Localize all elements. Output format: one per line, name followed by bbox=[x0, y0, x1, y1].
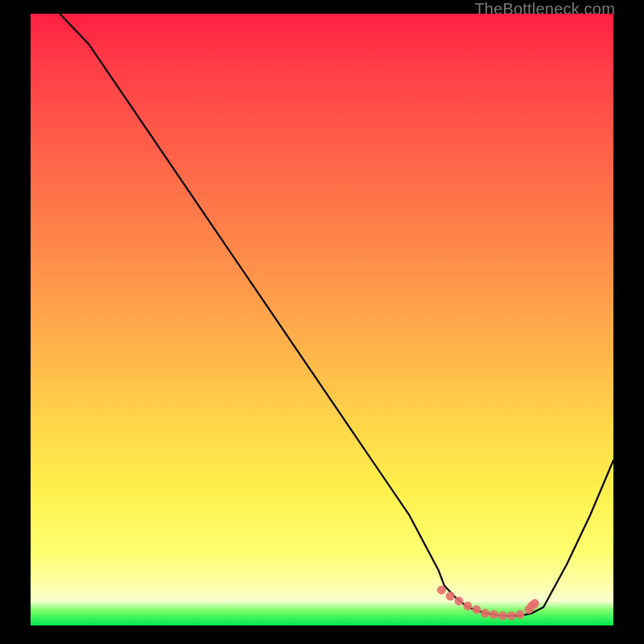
valley-marker bbox=[498, 611, 507, 620]
valley-marker bbox=[507, 611, 516, 620]
bottleneck-curve bbox=[60, 14, 613, 616]
plot-area bbox=[31, 14, 613, 625]
valley-marker bbox=[489, 610, 498, 619]
valley-marker bbox=[530, 599, 539, 608]
curve-svg bbox=[31, 14, 613, 625]
valley-marker bbox=[472, 605, 481, 614]
valley-markers bbox=[437, 585, 539, 620]
valley-marker bbox=[481, 609, 489, 617]
valley-marker bbox=[516, 610, 525, 619]
valley-marker bbox=[437, 585, 446, 594]
chart-frame: TheBottleneck.com bbox=[0, 0, 644, 644]
valley-marker bbox=[464, 601, 473, 610]
valley-marker bbox=[455, 597, 464, 605]
valley-marker bbox=[446, 592, 455, 601]
